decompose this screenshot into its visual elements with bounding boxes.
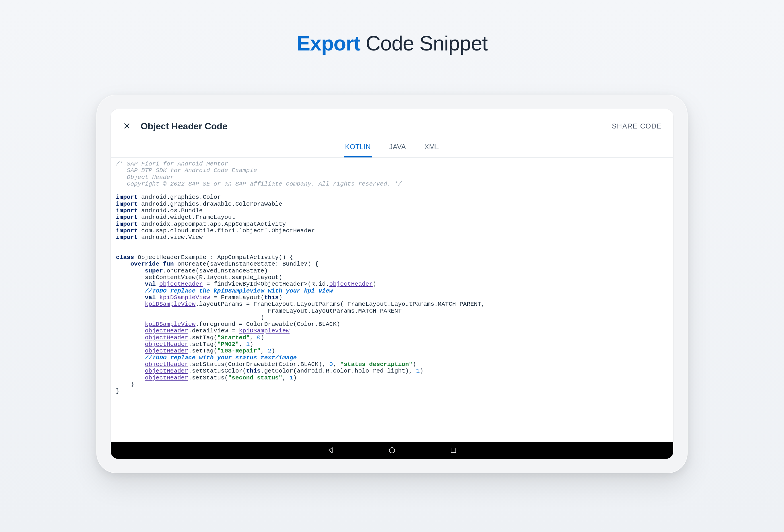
- detail-view-line: .detailView =: [188, 327, 239, 334]
- kw-class: class: [116, 254, 134, 261]
- kw-import: import: [116, 194, 138, 201]
- set-tag-prefix: .setTag(: [188, 341, 217, 348]
- language-tabbar: KOTLIN JAVA XML: [111, 139, 673, 158]
- get-color-mid: .getColor(android.R.color.holo_red_light…: [260, 368, 416, 374]
- kw-import: import: [116, 207, 138, 214]
- second-status: "second status": [228, 375, 282, 381]
- status-desc: "status description": [340, 361, 412, 368]
- tag1: "Started": [217, 334, 250, 341]
- id-objectHeader: objectHeader: [145, 368, 188, 374]
- id-objectHeader: objectHeader: [145, 361, 188, 368]
- super-class: AppCompatActivity: [217, 254, 279, 261]
- set-tag-prefix: .setTag(: [188, 334, 217, 341]
- set-status-prefix: .setStatus(ColorDrawable(Color.BLACK),: [188, 361, 329, 368]
- kw-val: val: [145, 294, 156, 301]
- headline-rest: Code Snippet: [360, 32, 487, 55]
- page-title: Object Header Code: [141, 121, 227, 131]
- kw-this: this: [264, 294, 279, 301]
- triangle-back-icon: [327, 446, 335, 455]
- kw-import: import: [116, 228, 138, 234]
- nav-back-button[interactable]: [326, 446, 335, 455]
- svg-point-0: [389, 447, 395, 453]
- layout-params-1: .layoutParams = FrameLayout.LayoutParams…: [195, 301, 485, 307]
- close-icon: [123, 122, 131, 130]
- id-kpiDSampleView: kpiDSampleView: [159, 294, 210, 301]
- kw-this: this: [246, 368, 260, 374]
- set-status2-prefix: .setStatus(: [188, 375, 228, 381]
- id-objectHeader: objectHeader: [145, 348, 188, 354]
- tab-kotlin[interactable]: KOTLIN: [344, 139, 372, 157]
- id-objectHeader: objectHeader: [330, 281, 373, 287]
- id-objectHeader: objectHeader: [145, 375, 188, 381]
- id-objectHeader: objectHeader: [159, 281, 203, 287]
- n1: 1: [416, 368, 420, 374]
- frame-layout-assign: = FrameLayout(: [210, 294, 264, 301]
- kw-import: import: [116, 221, 138, 228]
- import-5: com.sap.cloud.mobile.fiori.`object`.Obje…: [141, 228, 315, 234]
- n1: 1: [246, 341, 250, 348]
- fun-sig: onCreate(savedInstanceState: Bundle?): [177, 261, 311, 267]
- nav-home-button[interactable]: [387, 446, 397, 455]
- layout-params-2: FrameLayout.LayoutParams.MATCH_PARENT: [116, 308, 402, 314]
- set-content-view: setContentView(R.layout.sample_layout): [145, 274, 282, 281]
- app-toolbar: Object Header Code SHARE CODE: [111, 109, 673, 139]
- code-comment-block: /* SAP Fiori for Android Mentor SAP BTP …: [116, 160, 402, 187]
- todo-1: //TODO replace the kpiDSampleView with y…: [145, 288, 333, 294]
- layout-params-close: ): [116, 314, 264, 321]
- import-4: androidx.appcompat.app.AppCompatActivity: [141, 221, 286, 228]
- close-button[interactable]: [121, 120, 133, 132]
- id-kpiDSampleView: kpiDSampleView: [145, 301, 195, 307]
- id-objectHeader: objectHeader: [145, 341, 188, 348]
- import-3: android.widget.FrameLayout: [141, 214, 235, 220]
- kw-import: import: [116, 201, 138, 207]
- id-objectHeader: objectHeader: [145, 327, 188, 334]
- import-2: android.os.Bundle: [141, 207, 203, 214]
- id-kpiDSampleView: kpiDSampleView: [239, 327, 289, 334]
- tab-xml[interactable]: XML: [423, 139, 440, 157]
- page-headline: Export Code Snippet: [0, 32, 784, 55]
- headline-accent: Export: [297, 32, 360, 55]
- tablet-device-frame: Object Header Code SHARE CODE KOTLIN JAV…: [96, 95, 688, 473]
- super-call: .onCreate(savedInstanceState): [163, 268, 268, 274]
- n0: 0: [257, 334, 261, 341]
- find-view-mid: = findViewById<ObjectHeader>(R.id.: [203, 281, 329, 287]
- kw-import: import: [116, 214, 138, 220]
- circle-home-icon: [388, 446, 396, 455]
- svg-rect-1: [451, 448, 456, 452]
- nav-recents-button[interactable]: [449, 446, 458, 455]
- id-kpiDSampleView: kpiDSampleView: [145, 321, 195, 327]
- kw-super: super: [145, 268, 163, 274]
- n1: 1: [289, 375, 293, 381]
- todo-2: //TODO replace with your status text/ima…: [145, 354, 297, 361]
- share-code-button[interactable]: SHARE CODE: [611, 120, 663, 132]
- set-status-color-mid: .setStatusColor(: [188, 368, 246, 374]
- android-navbar: [111, 442, 673, 459]
- tag2: "PM02": [217, 341, 239, 348]
- tab-java[interactable]: JAVA: [388, 139, 407, 157]
- foreground-line: .foreground = ColorDrawable(Color.BLACK): [195, 321, 340, 327]
- import-6: android.view.View: [141, 234, 203, 241]
- kw-val: val: [145, 281, 156, 287]
- class-name: ObjectHeaderExample: [138, 254, 206, 261]
- tag3: "103-Repair": [217, 348, 260, 354]
- kw-override-fun: override fun: [130, 261, 174, 267]
- import-0: android.graphics.Color: [141, 194, 221, 201]
- n0: 0: [330, 361, 333, 368]
- kw-import: import: [116, 234, 138, 241]
- n2: 2: [268, 348, 272, 354]
- set-tag-prefix: .setTag(: [188, 348, 217, 354]
- id-objectHeader: objectHeader: [145, 334, 188, 341]
- toolbar-left-group: Object Header Code: [121, 120, 227, 132]
- code-viewer[interactable]: /* SAP Fiori for Android Mentor SAP BTP …: [111, 158, 673, 442]
- import-1: android.graphics.drawable.ColorDrawable: [141, 201, 282, 207]
- square-recents-icon: [449, 446, 457, 455]
- tablet-screen: Object Header Code SHARE CODE KOTLIN JAV…: [111, 109, 673, 459]
